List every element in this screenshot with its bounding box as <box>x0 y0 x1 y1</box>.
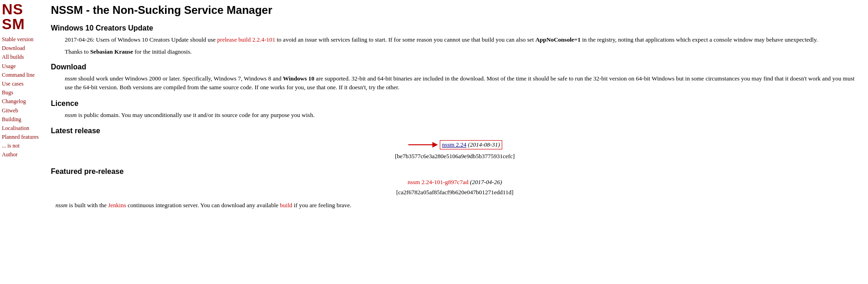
bottom-text: nssm is built with the Jenkins continuou… <box>55 201 859 210</box>
sidebar-item-use-cases[interactable]: Use cases <box>2 80 40 88</box>
latest-release-link[interactable]: nssm 2.24 <box>442 141 467 148</box>
nssm-italic-download: nssm <box>65 75 77 82</box>
arrow-icon <box>407 140 440 150</box>
download-heading: Download <box>51 63 859 71</box>
prelease-build-link[interactable]: prelease build 2.2.4-101 <box>217 36 276 43</box>
update-heading: Windows 10 Creators Update <box>51 24 859 32</box>
sidebar-item-download[interactable]: Download <box>2 44 40 53</box>
licence-description: nssm is public domain. You may unconditi… <box>65 111 859 120</box>
update-text3: in the registry, noting that application… <box>580 36 818 43</box>
sidebar-item-changelog[interactable]: Changelog <box>2 97 40 106</box>
sidebar-item-gitweb[interactable]: Gitweb <box>2 106 40 115</box>
latest-release-container: nssm 2.24 (2014-08-31) <box>51 140 859 150</box>
latest-release-box: nssm 2.24 (2014-08-31) <box>440 140 502 149</box>
update-notice: 2017-04-26: Users of Windows 10 Creators… <box>65 35 859 44</box>
logo-line2: SM <box>2 17 40 31</box>
logo: NS SM <box>2 2 40 31</box>
download-description: nssm should work under Windows 2000 or l… <box>65 74 859 92</box>
sidebar-item-stable-version[interactable]: Stable version <box>2 35 40 44</box>
nssm-italic-licence: nssm <box>65 111 77 118</box>
latest-release-hash: [be7b3577c6e3a280e5106a9e9db5b3775931cef… <box>51 153 859 160</box>
thanks-line: Thanks to Sebasian Krause for the initia… <box>65 48 859 56</box>
latest-release-heading: Latest release <box>51 127 859 135</box>
licence-heading: Licence <box>51 99 859 108</box>
update-text: 2017-04-26: Users of Windows 10 Creators… <box>65 36 217 43</box>
nav-menu: Stable versionDownloadAll buildsUsageCom… <box>2 35 40 160</box>
author-name: Sebasian Krause <box>90 48 133 55</box>
sidebar-item-planned-features[interactable]: Planned features <box>2 133 40 142</box>
logo-line1: NS <box>2 2 40 17</box>
sidebar-item-building[interactable]: Building <box>2 115 40 124</box>
update-text2: to avoid an issue with services failing … <box>275 36 535 43</box>
appnoconsole-text: AppNoConsole=1 <box>536 36 581 43</box>
sidebar-item-command-line[interactable]: Command line <box>2 71 40 80</box>
sidebar-item-author[interactable]: Author <box>2 150 40 159</box>
prerelease-heading: Featured pre-release <box>51 167 859 176</box>
jenkins-link[interactable]: Jenkins <box>108 202 126 209</box>
sidebar: NS SM Stable versionDownloadAll buildsUs… <box>0 0 42 284</box>
sidebar-item-is-not[interactable]: ... is not <box>2 142 40 150</box>
prerelease-link[interactable]: nssm 2.24-101-g897c7ad <box>407 179 468 185</box>
page-title: NSSM - the Non-Sucking Service Manager <box>51 4 859 17</box>
prerelease-date: (2017-04-26) <box>468 179 502 185</box>
sidebar-item-usage[interactable]: Usage <box>2 62 40 71</box>
prerelease-container: nssm 2.24-101-g897c7ad (2017-04-26) <box>51 179 859 186</box>
sidebar-item-all-builds[interactable]: All builds <box>2 53 40 62</box>
build-link[interactable]: build <box>280 202 292 209</box>
nssm-italic-bottom: nssm <box>55 202 68 209</box>
win10-bold: Windows 10 <box>283 75 314 82</box>
prerelease-hash: [ca2f6782a05af85facf9b620e047b01271edd11… <box>51 189 859 196</box>
sidebar-item-bugs[interactable]: Bugs <box>2 88 40 97</box>
main-content: NSSM - the Non-Sucking Service Manager W… <box>42 0 868 284</box>
sidebar-item-localisation[interactable]: Localisation <box>2 124 40 133</box>
latest-release-date: (2014-08-31) <box>467 141 500 148</box>
